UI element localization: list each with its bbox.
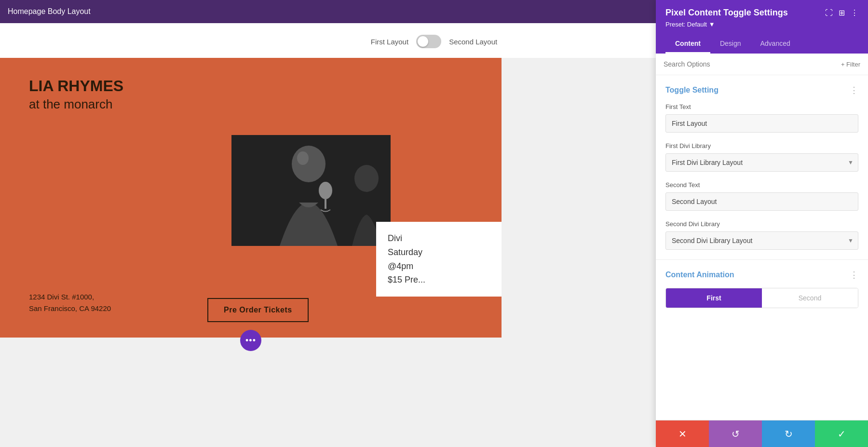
- section-more-icon[interactable]: ⋮: [850, 85, 858, 95]
- settings-panel: Pixel Content Toggle Settings ⛶ ⊞ ⋮ Pres…: [656, 0, 868, 447]
- second-divi-library-field: Second Divi Library Second Divi Library …: [665, 220, 858, 250]
- panel-header: Pixel Content Toggle Settings ⛶ ⊞ ⋮ Pres…: [656, 0, 868, 54]
- expand-icon[interactable]: ⛶: [825, 9, 833, 17]
- search-filter-row: + Filter: [656, 54, 868, 75]
- toggle-track[interactable]: [416, 35, 441, 48]
- animation-more-icon[interactable]: ⋮: [850, 270, 858, 280]
- undo-button[interactable]: ↺: [709, 420, 762, 447]
- panel-footer: ✕ ↺ ↻ ✓: [656, 420, 868, 447]
- first-text-field: First Text: [665, 103, 858, 133]
- cancel-button[interactable]: ✕: [656, 420, 709, 447]
- animation-second-button[interactable]: Second: [762, 288, 858, 308]
- svg-point-5: [297, 151, 309, 165]
- venue-name: at the monarch: [29, 97, 473, 112]
- svg-point-3: [319, 182, 332, 199]
- first-text-input[interactable]: [665, 114, 858, 133]
- preset-label: Preset: Default: [665, 21, 707, 28]
- first-divi-library-select[interactable]: First Divi Library Layout: [665, 153, 858, 172]
- address-block: 1234 Divi St. #1000, San Francisco, CA 9…: [29, 291, 111, 314]
- dots-button[interactable]: •••: [240, 330, 261, 351]
- second-layout-label: Second Layout: [449, 38, 497, 46]
- section-header: Toggle Setting ⋮: [665, 85, 858, 95]
- toggle-setting-section: Toggle Setting ⋮ First Text First Divi L…: [656, 75, 868, 250]
- first-divi-library-field: First Divi Library First Divi Library La…: [665, 142, 858, 172]
- section-title: Toggle Setting: [665, 86, 719, 95]
- address-line1: 1234 Divi St. #1000,: [29, 291, 111, 303]
- filter-button[interactable]: + Filter: [841, 61, 860, 68]
- search-input[interactable]: [664, 60, 837, 68]
- tab-design[interactable]: Design: [710, 35, 751, 54]
- first-layout-label: First Layout: [371, 38, 408, 46]
- panel-preset[interactable]: Preset: Default ▼: [665, 21, 858, 28]
- animation-toggle-row: First Second: [665, 288, 858, 308]
- svg-point-6: [354, 165, 379, 192]
- tab-content[interactable]: Content: [665, 35, 710, 54]
- preset-arrow: ▼: [709, 21, 715, 28]
- panel-tabs: Content Design Advanced: [665, 35, 858, 54]
- redo-button[interactable]: ↻: [762, 420, 815, 447]
- second-divi-library-label: Second Divi Library: [665, 220, 858, 228]
- save-button[interactable]: ✓: [815, 420, 868, 447]
- event-info-box: DiviSaturday@4pm$15 Pre...: [376, 222, 502, 297]
- layout-toggle[interactable]: [416, 35, 441, 48]
- layout-icon[interactable]: ⊞: [839, 8, 845, 17]
- panel-body: + Filter Toggle Setting ⋮ First Text Fir…: [656, 54, 868, 420]
- second-text-input[interactable]: [665, 192, 858, 211]
- second-text-label: Second Text: [665, 181, 858, 189]
- event-info-text: DiviSaturday@4pm$15 Pre...: [388, 231, 490, 287]
- more-icon[interactable]: ⋮: [851, 8, 858, 17]
- concert-image: [231, 135, 391, 246]
- panel-title: Pixel Content Toggle Settings: [665, 8, 788, 18]
- second-divi-library-wrapper: Second Divi Library Layout ▼: [665, 231, 858, 250]
- content-animation-section: Content Animation ⋮ First Second: [656, 260, 868, 308]
- concert-card: LIA RHYMES at the monarch: [0, 58, 502, 338]
- tab-advanced[interactable]: Advanced: [750, 35, 800, 54]
- toggle-thumb: [418, 36, 428, 47]
- animation-first-button[interactable]: First: [666, 288, 762, 308]
- panel-header-top: Pixel Content Toggle Settings ⛶ ⊞ ⋮: [665, 8, 858, 18]
- artist-name: LIA RHYMES: [29, 77, 473, 95]
- svg-rect-4: [325, 199, 326, 209]
- first-divi-library-wrapper: First Divi Library Layout ▼: [665, 153, 858, 172]
- panel-header-icons: ⛶ ⊞ ⋮: [825, 8, 858, 17]
- first-text-label: First Text: [665, 103, 858, 110]
- second-divi-library-select[interactable]: Second Divi Library Layout: [665, 231, 858, 250]
- ticket-button[interactable]: Pre Order Tickets: [207, 298, 309, 322]
- address-line2: San Francisco, CA 94220: [29, 303, 111, 314]
- first-divi-library-label: First Divi Library: [665, 142, 858, 149]
- animation-section-header: Content Animation ⋮: [665, 270, 858, 280]
- second-text-field: Second Text: [665, 181, 858, 211]
- svg-point-2: [292, 146, 326, 182]
- window-title: Homepage Body Layout: [8, 7, 91, 16]
- ticket-button-wrapper: Pre Order Tickets: [207, 298, 309, 322]
- animation-section-title: Content Animation: [665, 271, 734, 279]
